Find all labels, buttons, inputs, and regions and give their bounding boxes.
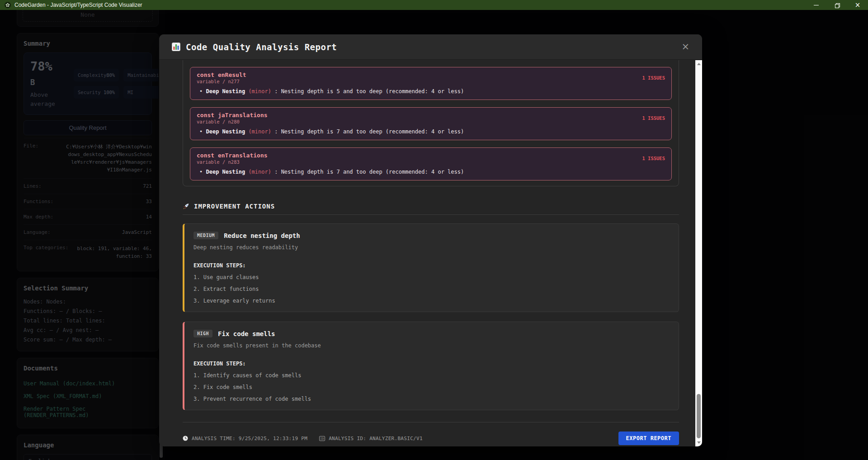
modal-footer: ANALYSIS TIME: 9/25/2025, 12:33:19 PM ID… — [183, 422, 679, 446]
close-icon: × — [855, 2, 861, 9]
issue-meta: variable / n277 — [197, 79, 665, 84]
minimize-button[interactable] — [806, 0, 826, 10]
execution-steps-label: EXECUTION STEPS: — [193, 360, 670, 367]
modal-header: Code Quality Analysis Report × — [159, 34, 702, 60]
restore-button[interactable] — [826, 0, 847, 10]
issue-count-badge: 1 ISSUES — [642, 75, 665, 81]
issue-title: const enTranslations — [197, 152, 665, 159]
execution-step: 2. Extract functions — [193, 286, 670, 292]
issues-panel: Deep Nesting (minor) : Nesting depth is … — [183, 60, 679, 186]
action-description: Deep nesting reduces readability — [193, 244, 670, 251]
window-titlebar: CodeGarden - JavaScript/TypeScript Code … — [0, 0, 868, 10]
execution-step: 1. Use guard clauses — [193, 274, 670, 280]
execution-step: 3. Prevent recurrence of code smells — [193, 396, 670, 402]
modal-body: Deep Nesting (minor) : Nesting depth is … — [159, 60, 695, 446]
issue-title: const enResult — [197, 71, 665, 78]
modal-scrollbar[interactable] — [695, 60, 702, 446]
execution-step: 3. Leverage early returns — [193, 298, 670, 304]
issue-card-enresult[interactable]: const enResult variable / n277 1 ISSUES … — [190, 67, 672, 100]
action-card-high: HIGH Fix code smells Fix code smells pre… — [183, 322, 679, 410]
actions-divider — [183, 214, 679, 215]
svg-text:ID: ID — [320, 437, 324, 441]
issue-text: Deep Nesting (minor) : Nesting depth is … — [197, 128, 665, 135]
action-title: Fix code smells — [218, 330, 275, 337]
modal-title: Code Quality Analysis Report — [186, 42, 337, 52]
minimize-icon — [814, 5, 819, 5]
execution-steps-label: EXECUTION STEPS: — [193, 262, 670, 269]
analysis-id: ID ANALYSIS ID: ANALYZER.BASIC/V1 — [319, 436, 423, 441]
window-title: CodeGarden - JavaScript/TypeScript Code … — [14, 2, 142, 8]
execution-step: 2. Fix code smells — [193, 384, 670, 390]
bar-chart-icon — [172, 43, 180, 51]
close-window-button[interactable]: × — [847, 0, 868, 10]
modal-close-button[interactable]: × — [681, 42, 689, 52]
priority-badge: MEDIUM — [193, 232, 218, 239]
issue-text: Deep Nesting (minor) : Nesting depth is … — [197, 88, 665, 95]
issue-meta: variable / n280 — [197, 119, 665, 124]
issue-count-badge: 1 ISSUES — [642, 156, 665, 161]
action-description: Fix code smells present in the codebase — [193, 342, 670, 349]
app-window: CodeGarden - JavaScript/TypeScript Code … — [0, 0, 868, 460]
app-logo-icon — [5, 2, 11, 8]
issue-card-entranslations[interactable]: const enTranslations variable / n283 1 I… — [190, 147, 672, 180]
execution-step: 1. Identify causes of code smells — [193, 372, 670, 379]
issue-title: const jaTranslations — [197, 112, 665, 119]
action-card-medium: MEDIUM Reduce nesting depth Deep nesting… — [183, 223, 679, 312]
id-icon: ID — [319, 436, 325, 441]
scroll-up-arrow-icon[interactable] — [697, 63, 701, 65]
scroll-down-arrow-icon[interactable] — [697, 441, 701, 444]
issue-text: Deep Nesting (minor) : Nesting depth is … — [197, 169, 665, 175]
restore-icon — [835, 3, 839, 7]
issue-meta: variable / n283 — [197, 159, 665, 165]
analysis-time: ANALYSIS TIME: 9/25/2025, 12:33:19 PM — [183, 436, 307, 441]
issue-count-badge: 1 ISSUES — [642, 115, 665, 121]
export-report-button[interactable]: EXPORT REPORT — [618, 432, 679, 445]
improvement-actions-header: IMPROVEMENT ACTIONS — [183, 203, 679, 210]
priority-badge: HIGH — [193, 330, 212, 337]
improvement-actions-title: IMPROVEMENT ACTIONS — [194, 203, 275, 210]
clock-icon — [183, 436, 188, 441]
modal-scrollbar-thumb[interactable] — [697, 394, 701, 438]
action-title: Reduce nesting depth — [224, 232, 300, 239]
code-quality-report-modal: Code Quality Analysis Report × Deep Nest… — [159, 34, 702, 446]
issue-card-jatranslations[interactable]: const jaTranslations variable / n280 1 I… — [190, 107, 672, 140]
rocket-icon — [183, 203, 189, 210]
